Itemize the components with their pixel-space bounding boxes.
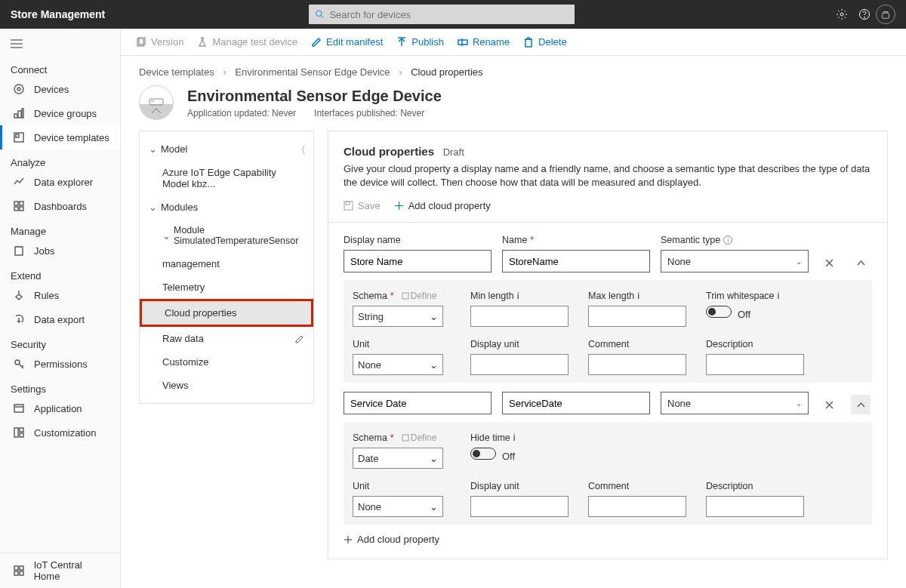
sidebar-item-data-export[interactable]: Data export: [0, 307, 120, 331]
help-icon[interactable]: [853, 3, 876, 26]
search-box[interactable]: [309, 5, 575, 24]
sidebar-item-application[interactable]: Application: [0, 396, 120, 420]
name-input[interactable]: [502, 392, 650, 414]
panel-description: Give your cloud property a display name …: [344, 162, 872, 189]
action-edit-manifest[interactable]: Edit manifest: [311, 36, 383, 48]
sidebar-item-permissions[interactable]: Permissions: [0, 352, 120, 376]
sidebar-item-device-templates[interactable]: Device templates: [0, 125, 120, 149]
schema-select[interactable]: String⌄: [353, 306, 443, 327]
info-icon[interactable]: i: [637, 291, 639, 301]
svg-rect-28: [14, 428, 18, 437]
trim-whitespace-toggle[interactable]: [706, 306, 732, 318]
sidebar-item-rules[interactable]: Rules: [0, 283, 120, 307]
info-icon[interactable]: i: [513, 433, 516, 443]
collapse-property-button[interactable]: [851, 253, 871, 272]
chevron-down-icon: ⌄: [149, 143, 158, 155]
semantic-type-select[interactable]: None⌄: [661, 392, 809, 414]
device-templates-icon: [13, 131, 25, 143]
sidebar-item-customization[interactable]: Customization: [0, 420, 120, 445]
info-icon[interactable]: i: [517, 291, 519, 301]
svg-rect-39: [458, 40, 467, 45]
collapse-property-button[interactable]: [851, 395, 871, 414]
define-schema-link[interactable]: Define: [402, 291, 437, 301]
display-name-input[interactable]: [344, 250, 492, 272]
svg-rect-18: [14, 207, 18, 211]
display-unit-input[interactable]: [470, 354, 569, 375]
hamburger-icon[interactable]: [0, 33, 120, 57]
comment-input[interactable]: [588, 354, 686, 375]
plus-icon: [394, 201, 404, 211]
label-name: Name: [502, 235, 527, 245]
semantic-type-select[interactable]: None⌄: [661, 250, 809, 272]
remove-property-button[interactable]: [819, 395, 839, 414]
action-delete[interactable]: Delete: [523, 36, 567, 48]
settings-icon[interactable]: [830, 3, 853, 26]
tree-node-module-simtemp[interactable]: ⌄Module SimulatedTemperatureSensor: [140, 219, 313, 252]
description-input[interactable]: [706, 354, 804, 375]
svg-rect-12: [18, 111, 21, 118]
flask-icon: [197, 37, 208, 48]
tree-node-management[interactable]: management: [140, 252, 313, 276]
rename-icon: [458, 37, 468, 48]
breadcrumb-link[interactable]: Environmental Sensor Edge Device: [235, 66, 390, 78]
min-length-input[interactable]: [470, 306, 569, 327]
home-icon: [13, 565, 25, 577]
sidebar-item-data-explorer[interactable]: Data explorer: [0, 170, 120, 194]
action-manage-test-device[interactable]: Manage test device: [197, 36, 297, 48]
action-version[interactable]: Version: [136, 36, 183, 48]
svg-rect-11: [14, 114, 17, 118]
name-input[interactable]: [502, 250, 650, 272]
edit-icon: [311, 37, 322, 48]
tree-node-telemetry[interactable]: Telemetry: [140, 276, 313, 299]
info-icon[interactable]: i: [778, 291, 780, 301]
tree-node-raw-data[interactable]: Raw data: [140, 327, 313, 350]
tree-node-capability[interactable]: Azure IoT Edge Capability Model kbz...: [140, 161, 313, 195]
breadcrumb-link[interactable]: Device templates: [139, 66, 214, 78]
tree-node-model[interactable]: ⌄ Model 〈: [140, 137, 313, 161]
save-button[interactable]: Save: [344, 200, 381, 211]
svg-point-10: [17, 88, 20, 91]
info-icon[interactable]: i: [723, 236, 732, 245]
sidebar-item-devices[interactable]: Devices: [0, 77, 120, 101]
define-schema-link[interactable]: Define: [402, 433, 437, 443]
svg-line-25: [22, 365, 23, 367]
dashboards-icon: [13, 200, 25, 212]
user-avatar-icon[interactable]: [876, 5, 895, 24]
sidebar-item-jobs[interactable]: Jobs: [0, 239, 120, 263]
breadcrumb-current: Cloud properties: [411, 66, 482, 78]
tree-node-cloud-properties[interactable]: Cloud properties: [140, 299, 313, 327]
search-input[interactable]: [329, 9, 569, 20]
display-name-input[interactable]: [344, 392, 492, 414]
collapse-icon[interactable]: 〈: [296, 143, 306, 157]
unit-select[interactable]: None⌄: [353, 354, 443, 375]
close-icon: [824, 258, 834, 268]
tree-node-customize[interactable]: Customize: [140, 350, 313, 374]
application-icon: [13, 402, 25, 414]
add-cloud-property-button[interactable]: Add cloud property: [394, 200, 491, 211]
sidebar-section-manage: Manage: [0, 218, 120, 239]
hide-time-toggle[interactable]: [470, 448, 496, 460]
sidebar-section-extend: Extend: [0, 263, 120, 283]
svg-rect-44: [149, 99, 163, 105]
max-length-input[interactable]: [588, 306, 686, 327]
comment-input[interactable]: [588, 496, 686, 517]
action-bar: Version Manage test device Edit manifest…: [121, 29, 906, 56]
display-unit-input[interactable]: [470, 496, 569, 517]
tree-node-modules[interactable]: ⌄Modules: [140, 195, 313, 219]
sidebar-item-device-groups[interactable]: Device groups: [0, 101, 120, 125]
action-publish[interactable]: Publish: [396, 36, 444, 48]
svg-point-4: [864, 17, 865, 18]
tree-node-views[interactable]: Views: [140, 374, 313, 397]
description-input[interactable]: [706, 496, 804, 517]
remove-property-button[interactable]: [819, 253, 839, 272]
sidebar-item-iot-central-home[interactable]: IoT Central Home: [0, 553, 120, 588]
meta-updated: Application updated: Never: [187, 108, 296, 119]
property-details: Schema *Define Date⌄ Hide time i Off Uni…: [344, 422, 872, 525]
sidebar-item-dashboards[interactable]: Dashboards: [0, 194, 120, 218]
rules-icon: [13, 289, 25, 301]
action-rename[interactable]: Rename: [458, 36, 510, 48]
svg-rect-5: [883, 13, 889, 18]
add-cloud-property-link[interactable]: Add cloud property: [344, 534, 872, 545]
schema-select[interactable]: Date⌄: [353, 448, 443, 469]
unit-select[interactable]: None⌄: [353, 496, 443, 517]
